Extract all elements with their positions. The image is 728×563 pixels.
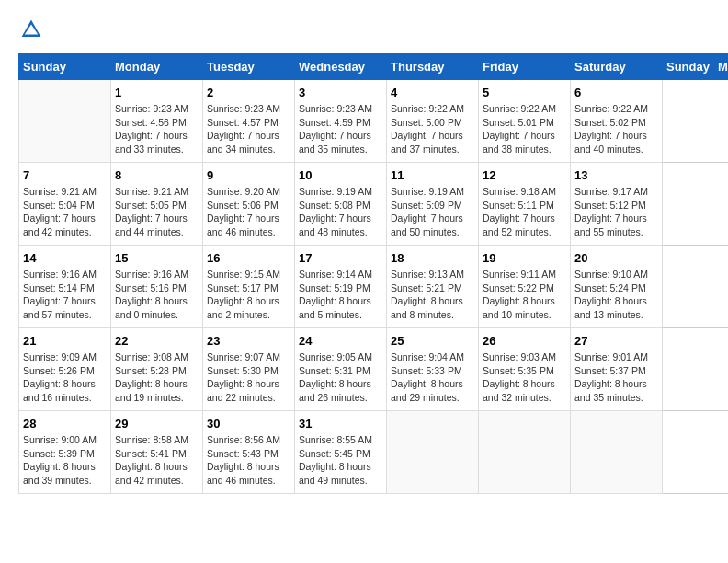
calendar-cell: 4Sunrise: 9:22 AMSunset: 5:00 PMDaylight… (387, 80, 479, 163)
day-number: 21 (23, 334, 107, 348)
day-number: 12 (483, 168, 566, 182)
day-number: 5 (483, 86, 566, 99)
day-number: 4 (391, 86, 474, 99)
calendar-week-1: 7Sunrise: 9:21 AMSunset: 5:04 PMDaylight… (19, 163, 729, 246)
day-info: Sunrise: 9:08 AMSunset: 5:28 PMDaylight:… (115, 350, 199, 405)
calendar-cell: 23Sunrise: 9:07 AMSunset: 5:30 PMDayligh… (203, 328, 295, 411)
header-monday: Monday (111, 54, 203, 80)
day-number: 10 (299, 168, 382, 182)
header-tuesday: Tuesday (203, 54, 295, 80)
day-info: Sunrise: 9:13 AMSunset: 5:21 PMDaylight:… (391, 268, 474, 322)
day-number: 8 (115, 168, 199, 182)
calendar-cell: 13Sunrise: 9:17 AMSunset: 5:12 PMDayligh… (571, 163, 663, 246)
day-info: Sunrise: 9:18 AMSunset: 5:11 PMDaylight:… (483, 185, 566, 239)
day-number: 11 (391, 168, 474, 182)
calendar-cell: 15Sunrise: 9:16 AMSunset: 5:16 PMDayligh… (111, 246, 203, 328)
header-friday: Friday (479, 54, 571, 80)
day-info: Sunrise: 9:23 AMSunset: 4:57 PMDaylight:… (207, 102, 290, 156)
calendar-cell: 18Sunrise: 9:13 AMSunset: 5:21 PMDayligh… (387, 246, 479, 328)
calendar-header-row: SundayMondayTuesdayWednesdayThursdayFrid… (19, 54, 729, 80)
calendar-cell: 10Sunrise: 9:19 AMSunset: 5:08 PMDayligh… (295, 163, 387, 246)
day-number: 6 (574, 86, 658, 99)
calendar-cell: 22Sunrise: 9:08 AMSunset: 5:28 PMDayligh… (111, 328, 203, 411)
day-info: Sunrise: 9:23 AMSunset: 4:56 PMDaylight:… (115, 102, 199, 156)
day-info: Sunrise: 8:56 AMSunset: 5:43 PMDaylight:… (207, 433, 290, 488)
day-number: 20 (574, 251, 658, 265)
calendar-cell: 3Sunrise: 9:23 AMSunset: 4:59 PMDaylight… (295, 80, 387, 163)
day-info: Sunrise: 9:05 AMSunset: 5:31 PMDaylight:… (299, 350, 382, 405)
header-thursday: Thursday (387, 54, 479, 80)
day-info: Sunrise: 9:22 AMSunset: 5:02 PMDaylight:… (574, 102, 658, 156)
day-info: Sunrise: 9:01 AMSunset: 5:37 PMDaylight:… (574, 350, 658, 405)
day-info: Sunrise: 9:09 AMSunset: 5:26 PMDaylight:… (23, 350, 107, 405)
day-number: 27 (574, 334, 658, 348)
calendar-cell: 24Sunrise: 9:05 AMSunset: 5:31 PMDayligh… (295, 328, 387, 411)
day-number: 17 (299, 251, 382, 265)
header-wednesday: Wednesday (295, 54, 387, 80)
calendar-cell (479, 411, 571, 494)
day-info: Sunrise: 9:16 AMSunset: 5:14 PMDaylight:… (23, 268, 107, 322)
day-number: 2 (207, 86, 290, 99)
calendar-cell: 7Sunrise: 9:21 AMSunset: 5:04 PMDaylight… (19, 163, 111, 246)
day-info: Sunrise: 9:14 AMSunset: 5:19 PMDaylight:… (299, 268, 382, 322)
calendar-cell: 16Sunrise: 9:15 AMSunset: 5:17 PMDayligh… (203, 246, 295, 328)
calendar-week-4: 28Sunrise: 9:00 AMSunset: 5:39 PMDayligh… (19, 411, 729, 494)
day-number: 1 (115, 86, 199, 99)
day-info: Sunrise: 9:21 AMSunset: 5:04 PMDaylight:… (23, 185, 107, 239)
day-info: Sunrise: 9:17 AMSunset: 5:12 PMDaylight:… (574, 185, 658, 239)
calendar-table: SundayMondayTuesdayWednesdayThursdayFrid… (18, 53, 728, 494)
calendar-cell: 14Sunrise: 9:16 AMSunset: 5:14 PMDayligh… (19, 246, 111, 328)
calendar-cell: 19Sunrise: 9:11 AMSunset: 5:22 PMDayligh… (479, 246, 571, 328)
day-info: Sunrise: 9:19 AMSunset: 5:08 PMDaylight:… (299, 185, 382, 239)
calendar-cell (19, 80, 111, 163)
day-info: Sunrise: 9:22 AMSunset: 5:00 PMDaylight:… (391, 102, 474, 156)
calendar-cell: 27Sunrise: 9:01 AMSunset: 5:37 PMDayligh… (571, 328, 663, 411)
calendar-cell: 1Sunrise: 9:23 AMSunset: 4:56 PMDaylight… (111, 80, 203, 163)
day-number: 9 (207, 168, 290, 182)
day-info: Sunrise: 9:20 AMSunset: 5:06 PMDaylight:… (207, 185, 290, 239)
day-info: Sunrise: 9:10 AMSunset: 5:24 PMDaylight:… (574, 268, 658, 322)
calendar-week-3: 21Sunrise: 9:09 AMSunset: 5:26 PMDayligh… (19, 328, 729, 411)
calendar-cell: 12Sunrise: 9:18 AMSunset: 5:11 PMDayligh… (479, 163, 571, 246)
day-number: 23 (207, 334, 290, 348)
day-number: 31 (299, 417, 382, 431)
day-number: 18 (391, 251, 474, 265)
day-number: 14 (23, 251, 107, 265)
calendar-cell (387, 411, 479, 494)
day-number: 24 (299, 334, 382, 348)
day-info: Sunrise: 9:07 AMSunset: 5:30 PMDaylight:… (207, 350, 290, 405)
day-info: Sunrise: 9:21 AMSunset: 5:05 PMDaylight:… (115, 185, 199, 239)
calendar-cell: 2Sunrise: 9:23 AMSunset: 4:57 PMDaylight… (203, 80, 295, 163)
day-number: 30 (207, 417, 290, 431)
calendar-cell: 28Sunrise: 9:00 AMSunset: 5:39 PMDayligh… (19, 411, 111, 494)
logo (18, 18, 42, 44)
header-saturday: Saturday (571, 54, 663, 80)
header-sunday: Sunday (19, 54, 111, 80)
calendar-cell: 29Sunrise: 8:58 AMSunset: 5:41 PMDayligh… (111, 411, 203, 494)
day-info: Sunrise: 9:19 AMSunset: 5:09 PMDaylight:… (391, 185, 474, 239)
day-number: 7 (23, 168, 107, 182)
calendar-cell: 21Sunrise: 9:09 AMSunset: 5:26 PMDayligh… (19, 328, 111, 411)
calendar-cell: 26Sunrise: 9:03 AMSunset: 5:35 PMDayligh… (479, 328, 571, 411)
calendar-cell: 17Sunrise: 9:14 AMSunset: 5:19 PMDayligh… (295, 246, 387, 328)
day-number: 25 (391, 334, 474, 348)
day-info: Sunrise: 8:55 AMSunset: 5:45 PMDaylight:… (299, 433, 382, 488)
day-number: 15 (115, 251, 199, 265)
day-info: Sunrise: 9:16 AMSunset: 5:16 PMDaylight:… (115, 268, 199, 322)
day-info: Sunrise: 9:03 AMSunset: 5:35 PMDaylight:… (483, 350, 566, 405)
day-number: 26 (483, 334, 566, 348)
header-sunday: Sunday (663, 54, 714, 80)
day-number: 16 (207, 251, 290, 265)
day-info: Sunrise: 9:15 AMSunset: 5:17 PMDaylight:… (207, 268, 290, 322)
calendar-cell: 8Sunrise: 9:21 AMSunset: 5:05 PMDaylight… (111, 163, 203, 246)
day-number: 22 (115, 334, 199, 348)
calendar-cell: 5Sunrise: 9:22 AMSunset: 5:01 PMDaylight… (479, 80, 571, 163)
day-number: 28 (23, 417, 107, 431)
calendar-cell: 11Sunrise: 9:19 AMSunset: 5:09 PMDayligh… (387, 163, 479, 246)
day-info: Sunrise: 8:58 AMSunset: 5:41 PMDaylight:… (115, 433, 199, 488)
day-number: 13 (574, 168, 658, 182)
calendar-cell: 6Sunrise: 9:22 AMSunset: 5:02 PMDaylight… (571, 80, 663, 163)
day-info: Sunrise: 9:00 AMSunset: 5:39 PMDaylight:… (23, 433, 107, 488)
day-number: 29 (115, 417, 199, 431)
header-monday: Monday (713, 54, 728, 80)
